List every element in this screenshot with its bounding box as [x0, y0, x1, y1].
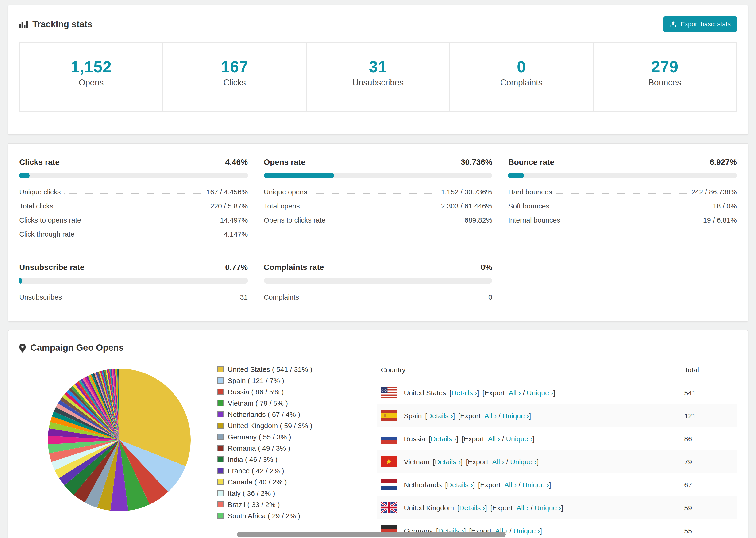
legend-label: Russia ( 86 / 5% )	[228, 388, 284, 396]
stat-box: 0 Complaints	[449, 43, 593, 111]
export-unique-link[interactable]: Unique ›	[503, 411, 529, 419]
legend-item[interactable]: Netherlands ( 67 / 4% )	[217, 410, 358, 418]
dashboard-viewport: Tracking stats Export basic stats 1,152 …	[0, 0, 756, 538]
export-unique-link[interactable]: Unique ›	[535, 504, 561, 511]
rate-stat-row: Internal bounces 19 / 6.81%	[508, 216, 737, 224]
geo-table-row: Spain [Details ›] [Export: All › / Uniqu…	[377, 404, 737, 427]
export-all-link[interactable]: All ›	[516, 504, 529, 511]
stat-value: 167	[163, 58, 306, 76]
legend-swatch-icon	[217, 445, 224, 451]
geo-table-wrap: Country Total United States [Details ›] …	[377, 359, 737, 538]
export-unique-link[interactable]: Unique ›	[527, 389, 553, 397]
details-link[interactable]: Details ›	[431, 435, 457, 443]
legend-swatch-icon	[217, 456, 224, 462]
dotted-leader	[556, 193, 687, 194]
country-name: Spain	[404, 411, 422, 419]
export-all-link[interactable]: All ›	[504, 480, 516, 488]
export-unique-link[interactable]: Unique ›	[510, 457, 537, 465]
export-all-link[interactable]: All ›	[484, 411, 497, 419]
country-name: Netherlands	[404, 480, 442, 488]
legend-label: Canada ( 40 / 2% )	[228, 478, 287, 486]
legend-item[interactable]: South Africa ( 29 / 2% )	[217, 512, 358, 520]
legend-item[interactable]: United States ( 541 / 31% )	[217, 365, 358, 373]
rate-stat-row: Total clicks 220 / 5.87%	[19, 202, 248, 210]
legend-item[interactable]: France ( 42 / 2% )	[217, 467, 358, 475]
legend-label: South Africa ( 29 / 2% )	[228, 512, 300, 520]
flag-ru-icon	[381, 433, 397, 444]
rate-value: 6.927%	[710, 158, 737, 167]
legend-swatch-icon	[217, 467, 224, 474]
details-link[interactable]: Details ›	[451, 389, 477, 397]
rate-stat-value: 167 / 4.456%	[206, 188, 248, 196]
details-link[interactable]: Details ›	[447, 480, 473, 488]
legend-swatch-icon	[217, 501, 224, 508]
rates-grid: Clicks rate 4.46% Unique clicks 167 / 4.…	[19, 158, 737, 307]
rate-block: Opens rate 30.736% Unique opens 1,152 / …	[264, 158, 492, 244]
rate-stat-row: Soft bounces 18 / 0%	[508, 202, 737, 210]
legend-item[interactable]: India ( 46 / 3% )	[217, 456, 358, 463]
page-title: Tracking stats	[19, 19, 92, 29]
tracking-stats-header: Tracking stats Export basic stats	[19, 17, 737, 32]
horizontal-scrollbar[interactable]	[237, 532, 506, 537]
rate-value: 4.46%	[225, 158, 248, 167]
export-basic-stats-button[interactable]: Export basic stats	[664, 17, 737, 32]
legend-item[interactable]: United Kingdom ( 59 / 3% )	[217, 422, 358, 430]
stat-box: 1,152 Opens	[20, 43, 163, 111]
rate-stat-label: Click through rate	[19, 230, 75, 238]
legend-item[interactable]: Brazil ( 33 / 2% )	[217, 501, 358, 509]
dotted-leader	[564, 222, 699, 222]
legend-item[interactable]: Canada ( 40 / 2% )	[217, 478, 358, 486]
export-basic-stats-label: Export basic stats	[681, 21, 730, 28]
rate-stat-row: Clicks to opens rate 14.497%	[19, 216, 248, 224]
export-unique-link[interactable]: Unique ›	[513, 526, 540, 534]
legend-item[interactable]: Russia ( 86 / 5% )	[217, 388, 358, 396]
export-label: Export:	[468, 457, 490, 465]
geo-opens-title: Campaign Geo Opens	[30, 343, 124, 353]
export-label: Export:	[492, 504, 514, 511]
geo-table-row: United Kingdom [Details ›] [Export: All …	[377, 496, 737, 519]
legend-item[interactable]: Italy ( 36 / 2% )	[217, 489, 358, 497]
flag-nl-icon	[381, 479, 397, 490]
export-unique-link[interactable]: Unique ›	[522, 480, 549, 488]
legend-label: India ( 46 / 3% )	[228, 456, 278, 463]
stat-label: Bounces	[593, 78, 736, 88]
dotted-leader	[78, 236, 220, 236]
rate-stat-value: 242 / 86.738%	[691, 188, 737, 196]
rate-progress-fill	[19, 173, 29, 178]
rate-progress-fill	[264, 173, 334, 178]
rate-stat-value: 1,152 / 30.736%	[441, 188, 492, 196]
country-total: 67	[680, 473, 737, 496]
details-link[interactable]: Details ›	[427, 411, 453, 419]
legend-item[interactable]: Germany ( 55 / 3% )	[217, 433, 358, 441]
export-unique-link[interactable]: Unique ›	[506, 435, 532, 443]
legend-item[interactable]: Romania ( 49 / 3% )	[217, 444, 358, 452]
map-pin-icon	[19, 344, 26, 352]
export-all-link[interactable]: All ›	[509, 389, 521, 397]
details-link[interactable]: Details ›	[459, 504, 485, 511]
stat-value: 279	[593, 58, 736, 76]
rate-stat-label: Clicks to opens rate	[19, 216, 81, 224]
country-total: 79	[680, 450, 737, 473]
dotted-leader	[303, 298, 485, 299]
dotted-leader	[85, 222, 216, 222]
details-link[interactable]: Details ›	[435, 457, 460, 465]
dotted-leader	[66, 298, 236, 299]
export-all-link[interactable]: All ›	[492, 457, 504, 465]
rate-stat-row: Unique clicks 167 / 4.456%	[19, 188, 248, 196]
legend-swatch-icon	[217, 400, 224, 406]
rates-card: Clicks rate 4.46% Unique clicks 167 / 4.…	[8, 143, 748, 322]
export-label: Export:	[460, 411, 482, 419]
dotted-leader	[311, 193, 437, 194]
geo-table: Country Total United States [Details ›] …	[377, 359, 737, 538]
rate-stat-value: 31	[240, 293, 248, 301]
bar-chart-icon	[19, 21, 28, 28]
rate-stat-row: Hard bounces 242 / 86.738%	[508, 188, 737, 196]
export-all-link[interactable]: All ›	[488, 435, 500, 443]
legend-item[interactable]: Spain ( 121 / 7% )	[217, 377, 358, 385]
legend-item[interactable]: Vietnam ( 79 / 5% )	[217, 399, 358, 407]
rate-stat-row: Unsubscribes 31	[19, 293, 248, 301]
legend-label: United Kingdom ( 59 / 3% )	[228, 422, 312, 430]
rate-stat-label: Opens to clicks rate	[264, 216, 325, 224]
rate-stat-value: 18 / 0%	[713, 202, 737, 210]
rate-block: Complaints rate 0% Complaints 0	[264, 263, 492, 307]
